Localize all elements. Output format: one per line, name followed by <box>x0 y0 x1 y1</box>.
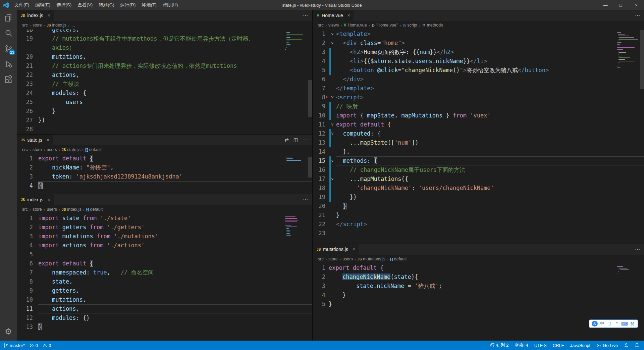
more-actions-icon[interactable]: ⋯ <box>635 246 640 252</box>
menu-终端T[interactable]: 终端(T) <box>139 0 160 10</box>
minimap[interactable] <box>617 31 639 70</box>
maximize-button[interactable]: □ <box>613 0 629 10</box>
ime-half-full-width-icon[interactable]: ☽ <box>606 321 612 327</box>
breadcrumb-item-src[interactable]: src <box>22 23 28 28</box>
code-area[interactable]: 1˅<template>2˅ <div class="home">3 <h2>H… <box>313 30 644 244</box>
fold-chevron-icon[interactable]: ˅ <box>329 93 336 102</box>
open-changes-icon[interactable]: ⇄ <box>284 137 289 143</box>
tab-close-icon[interactable]: × <box>48 197 50 202</box>
fold-chevron-icon[interactable]: ˅ <box>329 120 336 129</box>
more-actions-icon[interactable]: ⋯ <box>303 197 308 203</box>
editor-actions: ⋯ <box>635 244 644 255</box>
fold-chevron-icon[interactable]: ˅ <box>329 30 336 39</box>
run-debug-icon[interactable] <box>0 56 17 72</box>
language-mode[interactable]: JavaScript <box>570 343 590 348</box>
code-line: 3import mutations from './mutations' <box>17 232 312 241</box>
ime-logo-icon[interactable]: S <box>592 321 598 327</box>
more-actions-icon[interactable]: ⋯ <box>303 137 308 143</box>
tab-close-icon[interactable]: × <box>48 13 50 18</box>
errors[interactable]: 0 <box>30 343 38 348</box>
scrollbar-slider[interactable] <box>640 30 644 89</box>
settings-gear-icon[interactable]: ⚙ <box>0 324 17 339</box>
breadcrumb-item-mutations.js[interactable]: JSmutations.js <box>358 257 385 261</box>
minimap[interactable] <box>617 265 639 273</box>
breadcrumb-item-src[interactable]: src <box>22 207 28 212</box>
breadcrumb-item-Home.vue[interactable]: VHome.vue <box>344 23 367 28</box>
ime-toolbar[interactable]: S中☽”⌨⚒ <box>589 319 638 328</box>
menu-运行R[interactable]: 运行(R) <box>117 0 139 10</box>
code-line: 2˅ <div class="home"> <box>313 39 644 48</box>
breadcrumb-item-default[interactable]: [∙]default <box>85 147 102 152</box>
indentation[interactable]: 空格: 4 <box>515 342 528 348</box>
notifications[interactable] <box>635 343 639 348</box>
breadcrumb-item-src[interactable]: src <box>318 257 324 261</box>
breadcrumb-separator: › <box>67 23 70 28</box>
breadcrumb-item-views[interactable]: views <box>328 23 339 28</box>
tab-mutations.js[interactable]: JSmutations.js× <box>313 244 359 255</box>
breadcrumb-item-users[interactable]: users <box>47 207 57 212</box>
breadcrumb-item-index.js[interactable]: JSindex.js <box>47 23 66 28</box>
menu-帮助H[interactable]: 帮助(H) <box>160 0 181 10</box>
encoding[interactable]: UTF-8 <box>534 343 547 348</box>
close-button[interactable]: × <box>629 0 644 10</box>
minimap[interactable] <box>285 156 307 162</box>
tab-close-icon[interactable]: × <box>347 13 350 18</box>
extensions-icon[interactable] <box>0 72 17 87</box>
breadcrumb-item-state.js[interactable]: JSstate.js <box>62 147 80 152</box>
ime-lang-chinese-icon[interactable]: 中 <box>599 321 605 327</box>
tab-index.js[interactable]: JSindex.js× <box>17 194 54 205</box>
source-control-icon[interactable]: 23 <box>0 41 17 56</box>
explorer-icon[interactable] <box>0 10 17 26</box>
tab-state.js[interactable]: JSstate.js× <box>17 135 53 145</box>
menu-文件F[interactable]: 文件(F) <box>11 0 32 10</box>
breadcrumb-item-"Home.vue"[interactable]: {}"Home.vue" <box>372 23 398 28</box>
eol[interactable]: CRLF <box>553 343 564 348</box>
code-area[interactable]: 1export default {2 changeNickName(state)… <box>313 263 644 341</box>
ime-soft-keyboard-icon[interactable]: ⌨ <box>621 321 628 327</box>
breadcrumb-item-methods[interactable]: ⚙methods <box>422 23 443 28</box>
minimap[interactable] <box>285 215 307 237</box>
code-area[interactable]: 1import state from './state'2import gett… <box>17 214 312 341</box>
menu-转到G[interactable]: 转到(G) <box>96 0 117 10</box>
feedback[interactable] <box>624 343 629 348</box>
minimap[interactable] <box>285 31 307 51</box>
tab-index.js[interactable]: JSindex.js× <box>17 10 54 21</box>
go-live[interactable]: Go Live <box>596 343 618 348</box>
breadcrumb-item-users[interactable]: users <box>47 147 57 152</box>
scrollbar-slider[interactable] <box>308 157 312 178</box>
breadcrumb-item-…[interactable]: … <box>71 23 75 28</box>
git-branch[interactable]: master* <box>3 343 25 348</box>
code-line: 3 token: 'ajksdhjaksd12389124u8ankjsdna' <box>17 172 312 181</box>
ime-toolbox-icon[interactable]: ⚒ <box>629 321 635 327</box>
split-editor-icon[interactable]: ◫ <box>293 137 298 143</box>
menu-编辑E[interactable]: 编辑(E) <box>32 0 53 10</box>
warnings[interactable]: 0 <box>43 343 51 348</box>
code-area[interactable]: 1export default {2 nickName: "孙悟空",3 tok… <box>17 154 312 194</box>
ime-punctuation-icon[interactable]: ” <box>614 321 620 327</box>
breadcrumb-item-store[interactable]: store <box>328 257 338 261</box>
breadcrumb-item-src[interactable]: src <box>318 23 324 28</box>
breadcrumb-separator: › <box>29 147 32 152</box>
scrollbar-slider[interactable] <box>308 80 312 117</box>
tab-Home.vue[interactable]: VHome.vue× <box>313 10 354 21</box>
breadcrumb-item-store[interactable]: store <box>33 147 42 152</box>
tab-close-icon[interactable]: × <box>47 137 49 143</box>
menu-选择S[interactable]: 选择(S) <box>53 0 74 10</box>
fold-chevron-icon[interactable]: ˅ <box>329 39 336 48</box>
breadcrumb-item-src[interactable]: src <box>22 147 28 152</box>
code-area[interactable]: 18 getters,19 // mutations相当于组件中的methods… <box>17 30 312 134</box>
menu-查看V[interactable]: 查看(V) <box>74 0 96 10</box>
breadcrumb-item-script[interactable]: ◎script <box>403 23 417 28</box>
minimize-button[interactable]: — <box>598 0 613 10</box>
search-icon[interactable] <box>0 26 17 41</box>
cursor-position[interactable]: 行 4, 列 2 <box>490 342 508 348</box>
breadcrumb-item-users[interactable]: users <box>342 257 353 261</box>
breadcrumb-item-index.js[interactable]: JSindex.js <box>62 207 82 212</box>
tab-close-icon[interactable]: × <box>353 247 355 252</box>
more-actions-icon[interactable]: ⋯ <box>635 12 640 18</box>
breadcrumb-item-store[interactable]: store <box>33 23 42 28</box>
breadcrumb-item-default[interactable]: [∙]default <box>86 207 103 212</box>
breadcrumb-item-default[interactable]: [∙]default <box>390 257 407 261</box>
more-actions-icon[interactable]: ⋯ <box>303 12 308 18</box>
breadcrumb-item-store[interactable]: store <box>33 207 42 212</box>
